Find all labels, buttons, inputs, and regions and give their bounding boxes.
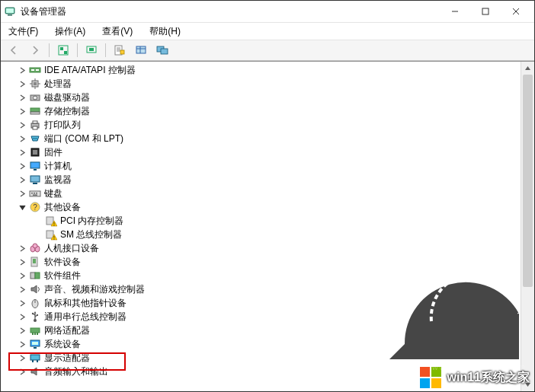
chevron-right-icon[interactable] xyxy=(18,271,27,280)
tree-item-other-child[interactable]: ! SM 总线控制器 xyxy=(1,228,534,241)
svg-rect-45 xyxy=(30,176,40,182)
chevron-right-icon[interactable] xyxy=(18,312,27,321)
tree-item-softdev[interactable]: 软件设备 xyxy=(1,255,534,269)
tree-item-computer[interactable]: 计算机 xyxy=(1,159,534,173)
tree-item-disk[interactable]: 磁盘驱动器 xyxy=(1,91,534,104)
disk-drive-icon xyxy=(29,91,41,104)
tree-item-other-child[interactable]: ! PCI 内存控制器 xyxy=(1,214,534,228)
menu-view[interactable]: 查看(V) xyxy=(99,24,136,40)
svg-rect-26 xyxy=(34,82,37,85)
chevron-right-icon[interactable] xyxy=(18,257,27,266)
tree-item-ports[interactable]: 端口 (COM 和 LPT) xyxy=(1,132,534,145)
tree-item-label: 音频输入和输出 xyxy=(44,365,108,378)
tree-item-usb[interactable]: 通用串行总线控制器 xyxy=(1,310,534,323)
chevron-right-icon[interactable] xyxy=(18,134,27,143)
menu-file[interactable]: 文件(F) xyxy=(5,24,41,40)
tree-item-ide[interactable]: IDE ATA/ATAPI 控制器 xyxy=(1,63,534,77)
tree-item-display[interactable]: 显示适配器 xyxy=(1,351,534,365)
tree-item-label: 监视器 xyxy=(44,173,72,186)
svg-rect-83 xyxy=(37,360,38,362)
software-component-icon xyxy=(29,269,41,282)
scroll-thumb[interactable] xyxy=(523,75,533,287)
tree-item-sound[interactable]: 声音、视频和游戏控制器 xyxy=(1,282,534,296)
chevron-right-icon[interactable] xyxy=(18,93,27,102)
chevron-right-icon[interactable] xyxy=(18,367,27,376)
chevron-right-icon[interactable] xyxy=(18,339,27,349)
chevron-right-icon[interactable] xyxy=(18,120,27,129)
tree-item-sysdev[interactable]: 系统设备 xyxy=(1,337,534,351)
svg-rect-33 xyxy=(30,108,40,112)
svg-point-71 xyxy=(32,313,34,314)
toolbar-forward-button[interactable] xyxy=(25,41,45,59)
chevron-right-icon[interactable] xyxy=(18,161,27,171)
svg-rect-1 xyxy=(8,14,12,16)
scroll-up-button[interactable] xyxy=(521,62,534,75)
close-button[interactable] xyxy=(501,1,531,22)
chevron-right-icon[interactable] xyxy=(18,353,27,362)
chevron-right-icon[interactable] xyxy=(18,79,27,88)
svg-rect-42 xyxy=(33,150,37,155)
chevron-right-icon[interactable] xyxy=(18,65,27,75)
chevron-right-icon[interactable] xyxy=(18,148,27,157)
svg-point-32 xyxy=(34,96,37,100)
tree-item-network[interactable]: 网络适配器 xyxy=(1,323,534,337)
scroll-down-button[interactable] xyxy=(521,378,534,391)
svg-rect-46 xyxy=(33,183,37,184)
chevron-right-icon[interactable] xyxy=(18,298,27,308)
svg-rect-82 xyxy=(32,360,34,362)
tree-item-label: 键盘 xyxy=(44,186,62,200)
chevron-right-icon[interactable] xyxy=(18,326,27,335)
chevron-down-icon[interactable] xyxy=(18,202,27,212)
tree-item-label: 端口 (COM 和 LPT) xyxy=(44,132,123,145)
toolbar-refresh-button[interactable] xyxy=(82,41,101,59)
toolbar-views-button[interactable] xyxy=(131,41,151,59)
svg-rect-75 xyxy=(32,333,34,335)
maximize-button[interactable] xyxy=(470,1,501,22)
tree-item-keyboard[interactable]: 键盘 xyxy=(1,186,534,200)
device-tree: IDE ATA/ATAPI 控制器 处理器 磁盘驱动器 存储控制器 打印 xyxy=(1,62,534,386)
vertical-scrollbar[interactable] xyxy=(521,62,534,391)
svg-rect-49 xyxy=(34,193,35,194)
tree-item-mouse[interactable]: 鼠标和其他指针设备 xyxy=(1,296,534,310)
svg-rect-81 xyxy=(30,355,40,360)
chevron-right-icon[interactable] xyxy=(18,244,27,253)
tree-item-label: 软件设备 xyxy=(44,255,81,269)
tree-item-firmware[interactable]: 固件 xyxy=(1,145,534,159)
chevron-right-icon[interactable] xyxy=(18,189,27,198)
window-title: 设备管理器 xyxy=(21,5,66,18)
svg-marker-85 xyxy=(525,383,530,387)
tree-item-monitor[interactable]: 监视器 xyxy=(1,173,534,186)
toolbar-back-button[interactable] xyxy=(4,41,24,59)
tree-item-cpu[interactable]: 处理器 xyxy=(1,77,534,91)
scroll-track[interactable] xyxy=(521,75,534,378)
tree-item-storage[interactable]: 存储控制器 xyxy=(1,104,534,118)
toolbar-properties-button[interactable] xyxy=(110,41,130,59)
svg-text:?: ? xyxy=(33,203,37,212)
toolbar-show-button[interactable] xyxy=(53,41,73,59)
svg-rect-79 xyxy=(32,342,38,345)
ide-controller-icon xyxy=(29,64,41,76)
svg-rect-4 xyxy=(482,8,489,14)
chevron-right-icon[interactable] xyxy=(18,107,27,116)
tree-item-other[interactable]: ? 其他设备 xyxy=(1,200,534,214)
svg-rect-65 xyxy=(30,272,35,279)
tree-item-label: SM 总线控制器 xyxy=(60,228,122,241)
toolbar-monitors-button[interactable] xyxy=(152,41,172,59)
cpu-icon xyxy=(29,78,41,90)
tree-item-printq[interactable]: 打印队列 xyxy=(1,118,534,132)
menu-action[interactable]: 操作(A) xyxy=(52,24,88,40)
tree-item-hid[interactable]: 人机接口设备 xyxy=(1,241,534,255)
tree-item-audio[interactable]: 音频输入和输出 xyxy=(1,365,534,378)
device-tree-pane[interactable]: IDE ATA/ATAPI 控制器 处理器 磁盘驱动器 存储控制器 打印 xyxy=(1,61,534,391)
svg-rect-66 xyxy=(35,272,40,279)
chevron-right-icon[interactable] xyxy=(18,175,27,184)
svg-rect-76 xyxy=(34,333,36,335)
tree-item-label: 声音、视频和游戏控制器 xyxy=(44,282,145,296)
chevron-right-icon[interactable] xyxy=(18,285,27,294)
menu-help[interactable]: 帮助(H) xyxy=(146,24,184,40)
tree-item-softcomp[interactable]: 软件组件 xyxy=(1,269,534,282)
minimize-button[interactable] xyxy=(440,1,470,22)
svg-rect-44 xyxy=(34,169,37,171)
sound-icon xyxy=(29,283,41,295)
toolbar-separator xyxy=(77,43,78,57)
